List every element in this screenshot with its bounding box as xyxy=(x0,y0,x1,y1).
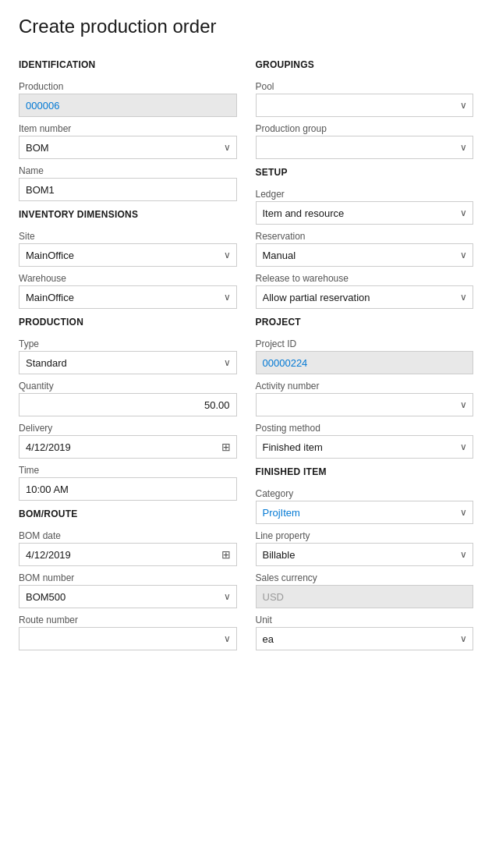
activity-number-select[interactable] xyxy=(256,393,474,416)
warehouse-label: Warehouse xyxy=(19,273,237,284)
setup-header: SETUP xyxy=(256,167,474,178)
delivery-date-wrapper[interactable] xyxy=(19,435,237,459)
bom-date-label: BOM date xyxy=(19,530,237,541)
finished-item-header: FINISHED ITEM xyxy=(256,466,474,477)
reservation-select-wrapper[interactable]: Manual xyxy=(256,243,474,267)
page-title: Create production order xyxy=(19,16,473,37)
warehouse-select-wrapper[interactable]: MainOffice xyxy=(19,285,237,309)
quantity-input[interactable] xyxy=(19,393,237,416)
line-property-select[interactable]: Billable xyxy=(256,543,474,566)
reservation-select[interactable]: Manual xyxy=(256,243,474,267)
identification-header: IDENTIFICATION xyxy=(19,59,237,70)
category-select-wrapper[interactable]: ProjItem xyxy=(256,501,474,524)
name-label: Name xyxy=(19,165,237,176)
pool-select[interactable] xyxy=(256,94,474,117)
groupings-header: GROUPINGS xyxy=(256,59,474,70)
project-id-label: Project ID xyxy=(256,338,474,349)
bom-number-select-wrapper[interactable]: BOM500 xyxy=(19,585,237,608)
item-number-select-wrapper[interactable]: BOM xyxy=(19,136,237,159)
warehouse-select[interactable]: MainOffice xyxy=(19,285,237,309)
ledger-select[interactable]: Item and resource xyxy=(256,201,474,225)
bom-date-input[interactable] xyxy=(19,543,237,566)
category-select[interactable]: ProjItem xyxy=(256,501,474,524)
ledger-select-wrapper[interactable]: Item and resource xyxy=(256,201,474,225)
quantity-label: Quantity xyxy=(19,381,237,391)
activity-number-label: Activity number xyxy=(256,381,474,391)
production-group-label: Production group xyxy=(256,123,474,134)
time-input[interactable] xyxy=(19,477,237,501)
ledger-label: Ledger xyxy=(256,189,474,200)
item-number-label: Item number xyxy=(19,123,237,134)
type-select-wrapper[interactable]: Standard xyxy=(19,351,237,374)
delivery-label: Delivery xyxy=(19,423,237,434)
production-group-select-wrapper[interactable] xyxy=(256,136,474,159)
site-label: Site xyxy=(19,231,237,242)
posting-method-select-wrapper[interactable]: Finished item xyxy=(256,435,474,459)
production-group-select[interactable] xyxy=(256,136,474,159)
line-property-select-wrapper[interactable]: Billable xyxy=(256,543,474,566)
bom-date-wrapper[interactable] xyxy=(19,543,237,566)
type-select[interactable]: Standard xyxy=(19,351,237,374)
production-header: PRODUCTION xyxy=(19,317,237,328)
site-select-wrapper[interactable]: MainOffice xyxy=(19,243,237,267)
posting-method-select[interactable]: Finished item xyxy=(256,435,474,459)
inventory-header: INVENTORY DIMENSIONS xyxy=(19,209,237,220)
unit-select[interactable]: ea xyxy=(256,627,474,650)
type-label: Type xyxy=(19,338,237,349)
line-property-label: Line property xyxy=(256,530,474,541)
bom-number-label: BOM number xyxy=(19,572,237,583)
route-number-select[interactable] xyxy=(19,627,237,650)
route-number-label: Route number xyxy=(19,615,237,625)
route-number-select-wrapper[interactable] xyxy=(19,627,237,650)
release-warehouse-label: Release to warehouse xyxy=(256,273,474,284)
delivery-date-input[interactable] xyxy=(19,435,237,459)
activity-number-select-wrapper[interactable] xyxy=(256,393,474,416)
site-select[interactable]: MainOffice xyxy=(19,243,237,267)
unit-label: Unit xyxy=(256,615,474,625)
category-label: Category xyxy=(256,488,474,499)
production-label: Production xyxy=(19,81,237,92)
bom-route-header: BOM/ROUTE xyxy=(19,508,237,519)
unit-select-wrapper[interactable]: ea xyxy=(256,627,474,650)
project-header: PROJECT xyxy=(256,317,474,328)
reservation-label: Reservation xyxy=(256,231,474,242)
pool-select-wrapper[interactable] xyxy=(256,94,474,117)
pool-label: Pool xyxy=(256,81,474,92)
time-label: Time xyxy=(19,465,237,476)
sales-currency-input xyxy=(256,585,474,608)
release-warehouse-select-wrapper[interactable]: Allow partial reservation xyxy=(256,285,474,309)
production-input xyxy=(19,94,237,117)
item-number-select[interactable]: BOM xyxy=(19,136,237,159)
release-warehouse-select[interactable]: Allow partial reservation xyxy=(256,285,474,309)
project-id-input xyxy=(256,351,474,374)
posting-method-label: Posting method xyxy=(256,423,474,434)
bom-number-select[interactable]: BOM500 xyxy=(19,585,237,608)
sales-currency-label: Sales currency xyxy=(256,572,474,583)
name-input[interactable] xyxy=(19,178,237,201)
